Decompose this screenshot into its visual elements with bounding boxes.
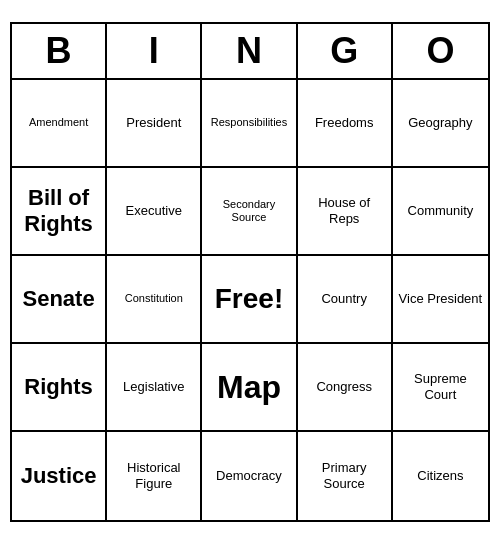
bingo-cell[interactable]: Bill of Rights <box>12 168 107 256</box>
bingo-grid: AmendmentPresidentResponsibilitiesFreedo… <box>12 80 488 520</box>
bingo-cell[interactable]: Executive <box>107 168 202 256</box>
bingo-cell[interactable]: Senate <box>12 256 107 344</box>
bingo-cell[interactable]: Freedoms <box>298 80 393 168</box>
bingo-cell[interactable]: Community <box>393 168 488 256</box>
header-n: N <box>202 24 297 78</box>
bingo-cell[interactable]: Legislative <box>107 344 202 432</box>
header-g: G <box>298 24 393 78</box>
header-b: B <box>12 24 107 78</box>
bingo-cell[interactable]: Amendment <box>12 80 107 168</box>
bingo-cell[interactable]: Map <box>202 344 297 432</box>
bingo-cell[interactable]: President <box>107 80 202 168</box>
bingo-cell[interactable]: Supreme Court <box>393 344 488 432</box>
bingo-cell[interactable]: Constitution <box>107 256 202 344</box>
bingo-cell[interactable]: Geography <box>393 80 488 168</box>
bingo-card: B I N G O AmendmentPresidentResponsibili… <box>10 22 490 522</box>
bingo-cell[interactable]: Secondary Source <box>202 168 297 256</box>
header-o: O <box>393 24 488 78</box>
bingo-cell[interactable]: Primary Source <box>298 432 393 520</box>
bingo-cell[interactable]: Citizens <box>393 432 488 520</box>
bingo-cell[interactable]: Vice President <box>393 256 488 344</box>
bingo-header: B I N G O <box>12 24 488 80</box>
header-i: I <box>107 24 202 78</box>
bingo-cell[interactable]: Congress <box>298 344 393 432</box>
bingo-cell[interactable]: House of Reps <box>298 168 393 256</box>
bingo-cell[interactable]: Free! <box>202 256 297 344</box>
bingo-cell[interactable]: Responsibilities <box>202 80 297 168</box>
bingo-cell[interactable]: Justice <box>12 432 107 520</box>
bingo-cell[interactable]: Country <box>298 256 393 344</box>
bingo-cell[interactable]: Democracy <box>202 432 297 520</box>
bingo-cell[interactable]: Rights <box>12 344 107 432</box>
bingo-cell[interactable]: Historical Figure <box>107 432 202 520</box>
